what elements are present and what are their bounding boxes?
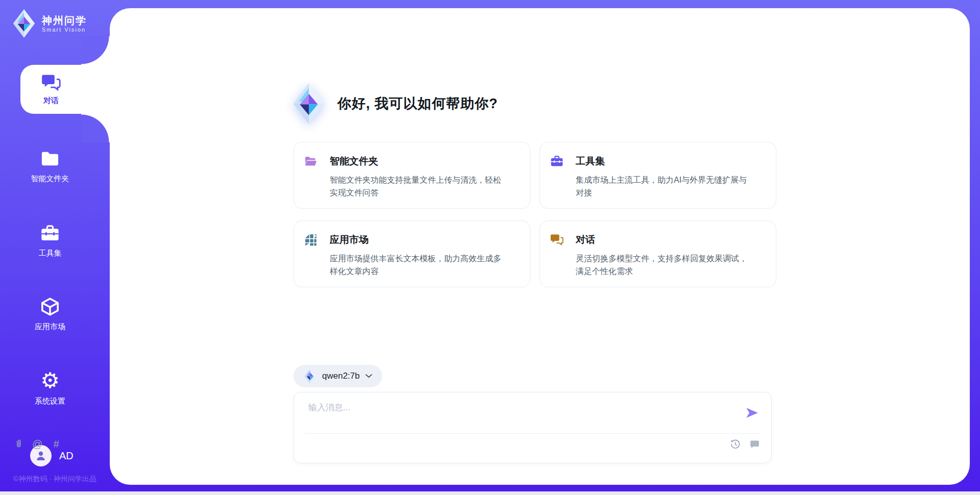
cube-icon — [40, 297, 60, 316]
sidebar-item-label: 应用市场 — [35, 322, 65, 332]
feedback-button[interactable] — [749, 438, 760, 450]
sidebar-item-folders[interactable]: 智能文件夹 — [0, 149, 100, 184]
card-description: 集成市场上主流工具，助力AI与外界无缝扩展与对接 — [576, 174, 754, 199]
hashtag-button[interactable]: # — [51, 438, 61, 450]
briefcase-icon — [40, 224, 60, 243]
chat-bubbles-icon — [41, 73, 61, 92]
card-title: 应用市场 — [330, 233, 369, 246]
card-description: 智能文件夹功能支持批量文件上传与清洗，轻松实现文件问答 — [330, 174, 508, 199]
feature-cards: 智能文件夹 智能文件夹功能支持批量文件上传与清洗，轻松实现文件问答 工具集 集成… — [293, 142, 776, 287]
mention-button[interactable]: @ — [32, 438, 42, 450]
sidebar: 神州问学 Smart Vision 对话 智能文件夹 工具集 — [0, 0, 110, 491]
sidebar-item-label: 工具集 — [39, 249, 62, 258]
user-initials: AD — [59, 450, 74, 462]
brand-title: 神州问学 — [42, 14, 87, 27]
card-header: 工具集 — [550, 155, 765, 168]
card-header: 应用市场 — [304, 233, 519, 246]
history-icon — [730, 439, 741, 450]
brand-subtitle: Smart Vision — [42, 27, 87, 33]
gear-icon: ⚙ — [40, 370, 60, 391]
card-description: 灵活切换多模型文件，支持多样回复效果调试，满足个性化需求 — [576, 252, 754, 278]
tab-curve-bottom — [81, 114, 110, 142]
send-icon — [745, 406, 758, 419]
sidebar-item-chat[interactable]: 对话 — [20, 65, 110, 114]
chat-icon — [550, 233, 564, 246]
folder-open-icon — [304, 155, 317, 168]
diamond-logo-icon — [12, 9, 36, 38]
attach-button[interactable] — [13, 438, 23, 450]
chat-bubble-icon — [749, 439, 760, 450]
message-composer — [293, 392, 772, 463]
send-button[interactable] — [745, 406, 759, 420]
card-title: 智能文件夹 — [330, 155, 378, 168]
card-chat[interactable]: 对话 灵活切换多模型文件，支持多样回复效果调试，满足个性化需求 — [540, 220, 776, 287]
model-selector[interactable]: qwen2:7b — [293, 365, 382, 387]
user-icon — [35, 450, 47, 462]
diamond-logo-icon — [292, 83, 325, 125]
tab-curve-top — [81, 36, 110, 65]
app-logo[interactable]: 神州问学 Smart Vision — [12, 9, 87, 38]
page-title: 你好, 我可以如何帮助你? — [337, 94, 498, 113]
card-app-market[interactable]: 应用市场 应用市场提供丰富长文本模板，助力高效生成多样化文章内容 — [293, 220, 530, 287]
sidebar-item-market[interactable]: 应用市场 — [0, 297, 100, 332]
history-button[interactable] — [730, 438, 741, 450]
composer-tools-left: @ # — [13, 438, 61, 450]
briefcase-icon — [550, 155, 564, 168]
composer-divider — [304, 433, 761, 434]
card-title: 对话 — [576, 233, 595, 246]
card-smart-folders[interactable]: 智能文件夹 智能文件夹功能支持批量文件上传与清洗，轻松实现文件问答 — [293, 142, 530, 209]
folder-icon — [40, 149, 60, 168]
card-header: 智能文件夹 — [304, 155, 519, 168]
at-icon: @ — [32, 438, 42, 450]
grid-icon — [304, 233, 317, 246]
card-title: 工具集 — [576, 155, 605, 168]
sidebar-item-toolbox[interactable]: 工具集 — [0, 224, 100, 258]
message-input[interactable] — [308, 402, 737, 430]
card-toolbox[interactable]: 工具集 集成市场上主流工具，助力AI与外界无缝扩展与对接 — [540, 142, 776, 209]
bottom-edge — [0, 491, 980, 495]
card-header: 对话 — [550, 233, 765, 246]
hashtag-icon: # — [54, 438, 59, 450]
sidebar-item-label: 系统设置 — [35, 397, 65, 406]
sidebar-item-label: 对话 — [43, 96, 59, 106]
model-logo-icon — [304, 368, 316, 384]
sidebar-item-label: 智能文件夹 — [31, 174, 69, 184]
paperclip-icon — [14, 438, 23, 450]
composer-tools-right — [730, 438, 760, 450]
copyright-text: ©神州数码 · 神州问学出品 — [0, 475, 110, 484]
chevron-down-icon — [365, 374, 372, 378]
brand-text: 神州问学 Smart Vision — [42, 14, 87, 33]
sidebar-item-settings[interactable]: ⚙ 系统设置 — [0, 370, 100, 406]
model-name: qwen2:7b — [322, 371, 360, 381]
greeting-row: 你好, 我可以如何帮助你? — [292, 83, 498, 125]
card-description: 应用市场提供丰富长文本模板，助力高效生成多样化文章内容 — [330, 252, 508, 278]
